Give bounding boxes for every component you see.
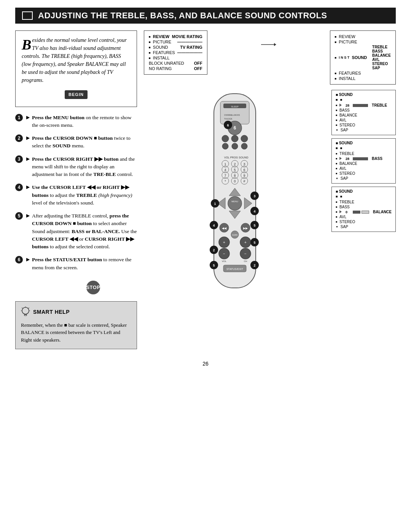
svg-text:2: 2	[234, 162, 236, 166]
submenu-balance-title: ■ SOUND	[336, 189, 392, 193]
svg-text:7: 7	[225, 174, 226, 177]
menu-item-install: ■ INSTALL	[149, 55, 202, 61]
step-num-6: 6	[15, 256, 23, 264]
submenu-bass-balance: ■ BALANCE	[336, 161, 392, 166]
submenu-balance-bass: ■ BASS	[336, 204, 392, 209]
submenu-bass-avl: ■ AVL	[336, 166, 392, 171]
svg-text:▶▶: ▶▶	[243, 227, 248, 230]
menu-arrow-1	[261, 42, 276, 47]
step-6: 6 ▶ Press the STATUS/EXIT button to remo…	[15, 256, 137, 272]
step-num-5: 5	[15, 212, 23, 220]
svg-text:3: 3	[244, 162, 245, 166]
smart-help-header: Smart Help	[21, 306, 131, 318]
step-num-4: 4	[15, 184, 23, 191]
submenu-bass-bass: ■ 28 BASS	[336, 156, 392, 161]
right-panels: ■ SOUND ■ ■ ■ 28 TREBLE ■	[331, 90, 396, 232]
svg-point-52	[228, 197, 242, 210]
menu-item-features: ■ FEATURES ——————	[149, 50, 202, 55]
step-1: 1 ▶ Press the MENU button on the remote …	[15, 114, 137, 129]
submenu-treble-treble: ■ 28 TREBLE	[336, 103, 392, 108]
svg-text:SURR: SURR	[232, 234, 238, 236]
svg-point-21	[232, 143, 238, 149]
svg-point-20	[222, 143, 228, 149]
submenu-balance-dots: ■ ■	[336, 195, 392, 198]
svg-text:5: 5	[234, 168, 236, 172]
svg-point-0	[22, 307, 29, 314]
svg-text:3: 3	[254, 194, 256, 198]
svg-line-4	[29, 308, 29, 308]
svg-rect-1	[24, 315, 27, 316]
svg-text:−: −	[223, 252, 226, 256]
sound-menu-features: ■ FEATURES	[335, 70, 391, 76]
remote-svg: SLEEP CHANNEL/JACKS TV/LOCK 6 VOL	[193, 90, 277, 303]
svg-point-22	[241, 143, 247, 149]
submenu-bass-title: ■ SOUND	[336, 141, 392, 145]
sound-menu-expanded: ■ REVIEW ■ PICTURE ■ I N S T SOUND TREBL…	[330, 30, 396, 85]
submenu-treble-bass: ■ BASS	[336, 108, 392, 113]
arrow-icon	[261, 42, 276, 47]
sound-submenu-bass: ■ SOUND ■ ■ ■ TREBLE ■ 28	[331, 138, 396, 184]
svg-text:5: 5	[254, 241, 256, 244]
page-title: Adjusting the Treble, Bass, and Balance …	[38, 11, 327, 21]
remote-and-submenus: SLEEP CHANNEL/JACKS TV/LOCK 6 VOL	[144, 90, 396, 305]
intro-box: Besides the normal volume level control,…	[15, 30, 137, 107]
submenu-bass-treble: ■ TREBLE	[336, 151, 392, 156]
submenu-bass-sap: ▼ SAP	[336, 176, 392, 181]
step-5: 5 ▶ After adjusting the TREBLE control, …	[15, 212, 137, 251]
page-number: 26	[15, 361, 396, 367]
svg-text:0: 0	[234, 179, 236, 183]
svg-text:6: 6	[234, 125, 236, 131]
sound-menu-review: ■ REVIEW	[335, 34, 391, 39]
step-3: 3 ▶ Press the CURSOR RIGHT ▶▶ button and…	[15, 155, 137, 179]
svg-point-18	[231, 135, 238, 142]
bulb-icon	[21, 306, 30, 318]
svg-text:#: #	[244, 179, 245, 183]
bass-bar-container: 28	[346, 157, 368, 161]
svg-marker-8	[274, 43, 276, 46]
submenu-bass-stereo: ■ STEREO	[336, 171, 392, 176]
submenu-treble-balance: ■ BALANCE	[336, 113, 392, 118]
svg-text:2: 2	[254, 264, 256, 267]
sound-submenu-treble: ■ SOUND ■ ■ ■ 28 TREBLE ■	[331, 90, 396, 135]
svg-text:6: 6	[227, 123, 229, 127]
submenu-balance-balance: ■ 0 BALANCE	[336, 209, 392, 214]
submenu-treble-avl: ■ AVL	[336, 118, 392, 123]
drop-cap: B	[22, 37, 31, 52]
svg-text:5: 5	[213, 264, 215, 267]
treble-bar-container: 28	[346, 104, 368, 107]
menu-item-norating: NO RATING OFF	[149, 66, 202, 71]
tv-icon	[22, 11, 33, 20]
begin-badge: BEGIN	[65, 90, 88, 99]
step-2: 2 ▶ Press the CURSOR DOWN ■ button twice…	[15, 134, 137, 150]
svg-text:−: −	[245, 252, 247, 256]
svg-text:4: 4	[225, 168, 226, 172]
stop-badge: STOP	[86, 281, 100, 294]
submenu-balance-stereo: ■ STEREO	[336, 219, 392, 224]
svg-point-17	[222, 135, 229, 142]
svg-text:9: 9	[244, 174, 245, 177]
smart-help-box: Smart Help Remember, when the ■ bar scal…	[15, 301, 137, 350]
submenu-balance-avl: ■ AVL	[336, 214, 392, 219]
menu-item-review: ■ REVIEW MOVIE RATING	[149, 34, 202, 39]
svg-text:VOL   PROG   SOUND: VOL PROG SOUND	[224, 156, 249, 159]
menu-item-block: BLOCK UNRATED OFF	[149, 61, 202, 66]
svg-text:SLEEP: SLEEP	[231, 105, 239, 108]
step-num-3: 3	[15, 155, 23, 163]
svg-text:MENU: MENU	[232, 200, 239, 203]
submenu-treble-stereo: ■ STEREO	[336, 123, 392, 128]
submenu-treble-dots: ■ ■	[336, 98, 392, 102]
svg-text:+: +	[223, 240, 226, 244]
remote-control: SLEEP CHANNEL/JACKS TV/LOCK 6 VOL	[193, 90, 277, 305]
submenu-treble-title: ■ SOUND	[336, 93, 392, 97]
svg-text:CH: CH	[244, 260, 247, 262]
balance-bar-container: 0	[346, 210, 369, 214]
submenu-balance-treble: ■ TREBLE	[336, 200, 392, 204]
submenu-treble-sap: ▼ SAP	[336, 128, 392, 133]
svg-text:2: 2	[213, 248, 215, 252]
page-header: Adjusting the Treble, Bass, and Balance …	[15, 8, 396, 24]
left-column: Besides the normal volume level control,…	[15, 30, 137, 349]
svg-text:VOL: VOL	[222, 260, 227, 262]
svg-text:6: 6	[244, 168, 245, 172]
svg-text:TV/LOCK: TV/LOCK	[224, 118, 233, 120]
submenu-balance-sap: ▼ SAP	[336, 224, 392, 229]
